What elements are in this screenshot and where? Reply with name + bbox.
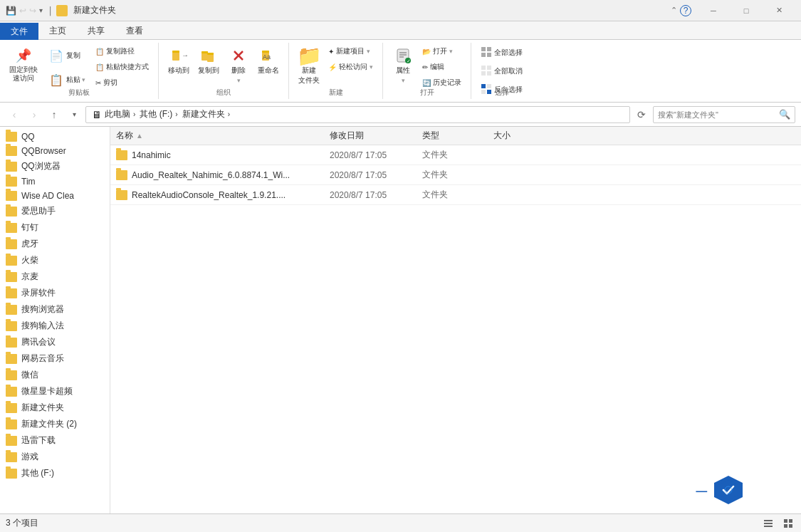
sidebar-item-xunlei[interactable]: 迅雷下载 [0, 432, 110, 449]
copy-button[interactable]: 📄 复制 [43, 44, 90, 67]
svg-rect-24 [481, 71, 486, 75]
delete-icon [230, 47, 247, 64]
paste-dropdown[interactable]: ▾ [82, 76, 85, 83]
sidebar-item-wechat[interactable]: 微信 [0, 367, 110, 383]
tab-home[interactable]: 主页 [38, 22, 77, 39]
minus-icon[interactable]: ─ [696, 482, 707, 501]
copy-to-button[interactable]: 复制到 [194, 44, 223, 78]
ribbon-group-clipboard: 📌 固定到快速访问 📄 复制 📋 粘贴 ▾ 📋 复制路径 [0, 43, 159, 99]
sidebar-item-huya[interactable]: 虎牙 [0, 236, 110, 252]
main-area: QQ QQBrowser QQ浏览器 Tim Wise AD Clea 爱思助手… [0, 127, 801, 513]
properties-dropdown[interactable]: ▾ [402, 77, 405, 84]
tile-view-button[interactable] [781, 516, 795, 531]
folder-icon-file [116, 170, 127, 180]
maximize-button[interactable]: □ [730, 0, 763, 21]
select-none-button[interactable]: 全部取消 [477, 63, 526, 80]
select-none-icon [481, 65, 492, 78]
sidebar-item-msi[interactable]: 微星显卡超频 [0, 383, 110, 400]
edit-button[interactable]: ✏ 编辑 [419, 60, 465, 74]
easy-access-button[interactable]: ⚡ 轻松访问 ▾ [325, 60, 377, 74]
select-all-button[interactable]: 全部选择 [477, 44, 526, 61]
column-size[interactable]: 大小 [493, 130, 565, 142]
file-list-header: 名称 ▲ 修改日期 类型 大小 [110, 127, 801, 145]
undo-icon[interactable]: ↩ [19, 6, 26, 16]
sidebar-item-games[interactable]: 游戏 [0, 449, 110, 465]
folder-icon-sidebar [6, 207, 17, 217]
sidebar-item-other-f[interactable]: 其他 (F:) [0, 465, 110, 481]
edit-icon: ✏ [422, 63, 428, 71]
new-folder-icon: 📁 [300, 47, 318, 64]
file-row-realtek[interactable]: RealtekAudioConsole_Realtek_1.9.21.... 2… [110, 185, 801, 205]
sidebar-item-tencent-meeting[interactable]: 腾讯会议 [0, 334, 110, 350]
sidebar-item-wise[interactable]: Wise AD Clea [0, 189, 110, 203]
content-area: 名称 ▲ 修改日期 类型 大小 14nahimic 2020/8/7 17:05… [110, 127, 801, 513]
folder-icon-sidebar [6, 321, 17, 331]
open-icon: 📂 [422, 48, 431, 56]
sidebar-item-new-folder-2[interactable]: 新建文件夹 (2) [0, 416, 110, 432]
tab-file[interactable]: 文件 [0, 23, 38, 40]
sidebar-item-netease-music[interactable]: 网易云音乐 [0, 350, 110, 367]
sidebar-item-tim[interactable]: Tim [0, 174, 110, 189]
column-date[interactable]: 修改日期 [330, 130, 422, 142]
search-input[interactable] [658, 110, 776, 119]
paste-icon: 📋 [48, 71, 65, 88]
sidebar-item-sogou-browser[interactable]: 搜狗浏览器 [0, 301, 110, 318]
properties-button[interactable]: ✓ 属性 ▾ [389, 44, 417, 87]
sidebar-item-qq[interactable]: QQ [0, 130, 110, 144]
dropdown-icon[interactable]: ▾ [39, 6, 43, 14]
open-button[interactable]: 📂 打开 ▾ [419, 44, 465, 58]
address-bar[interactable]: 🖥 此电脑 › 其他 (F:) › 新建文件夹 › [85, 106, 630, 123]
svg-text:✓: ✓ [407, 58, 411, 63]
file-date-realtek: 2020/8/7 17:05 [330, 190, 422, 200]
help-icon[interactable]: ? [680, 5, 691, 16]
close-button[interactable]: ✕ [763, 0, 795, 21]
properties-icon: ✓ [394, 47, 412, 64]
ribbon-group-new: 📁 新建文件夹 ✦ 新建项目 ▾ ⚡ 轻松访问 ▾ 新建 [289, 43, 383, 99]
svg-text:→: → [182, 51, 187, 59]
sidebar-item-screen[interactable]: 录屏软件 [0, 285, 110, 301]
folder-icon-sidebar [6, 370, 17, 380]
tab-share[interactable]: 共享 [77, 22, 115, 39]
svg-rect-4 [201, 51, 208, 53]
delete-button[interactable]: 删除 ▾ [224, 44, 253, 87]
sidebar-item-qq-browser[interactable]: QQ浏览器 [0, 158, 110, 174]
expand-icon[interactable]: ⌃ [671, 6, 677, 15]
column-type[interactable]: 类型 [422, 130, 493, 142]
delete-dropdown[interactable]: ▾ [237, 77, 241, 84]
folder-icon-sidebar [6, 288, 17, 298]
search-box[interactable]: 🔍 [653, 106, 795, 123]
ribbon-tabs: 文件 主页 共享 查看 [0, 21, 801, 40]
new-item-button[interactable]: ✦ 新建项目 ▾ [325, 44, 377, 58]
rename-button[interactable]: Aa 重命名 [254, 44, 283, 78]
sidebar-item-qqbrowser[interactable]: QQBrowser [0, 144, 110, 158]
file-row-nahimic[interactable]: 14nahimic 2020/8/7 17:05 文件夹 [110, 145, 801, 165]
sidebar-item-fire[interactable]: 火柴 [0, 252, 110, 268]
sidebar-item-aisi[interactable]: 爱思助手 [0, 203, 110, 219]
quick-save-icon[interactable]: 💾 [6, 6, 16, 16]
list-view-button[interactable] [761, 516, 775, 531]
sidebar-item-dingding[interactable]: 钉钉 [0, 219, 110, 236]
pin-button[interactable]: 📌 固定到快速访问 [6, 44, 41, 85]
select-buttons: 全部选择 全部取消 反向选择 [477, 44, 526, 118]
move-to-button[interactable]: → 移动到 [164, 44, 193, 78]
sidebar-item-jingmai[interactable]: 京麦 [0, 268, 110, 285]
cut-icon: ✂ [95, 79, 101, 87]
redo-icon[interactable]: ↪ [29, 6, 36, 16]
refresh-button[interactable]: ⟳ [633, 106, 650, 123]
paste-shortcut-button[interactable]: 📋 粘贴快捷方式 [92, 60, 152, 74]
copy-path-button[interactable]: 📋 复制路径 [92, 44, 152, 58]
new-item-icon: ✦ [328, 48, 334, 56]
breadcrumb-drive: 其他 (F:) › [140, 108, 179, 120]
tab-view[interactable]: 查看 [115, 22, 154, 39]
copy-to-icon [200, 47, 217, 64]
sidebar-item-new-folder[interactable]: 新建文件夹 [0, 400, 110, 416]
minimize-button[interactable]: ─ [697, 0, 730, 21]
column-name[interactable]: 名称 ▲ [116, 130, 330, 142]
folder-icon-sidebar [6, 452, 17, 462]
search-icon[interactable]: 🔍 [779, 109, 790, 120]
file-row-audio[interactable]: Audio_Realtek_Nahimic_6.0.8874.1_Wi... 2… [110, 165, 801, 185]
ribbon-group-select: 全部选择 全部取消 反向选择 选择 [471, 43, 532, 99]
svg-rect-10 [262, 51, 269, 53]
sidebar-item-sogou-input[interactable]: 搜狗输入法 [0, 318, 110, 334]
new-folder-button[interactable]: 📁 新建文件夹 [295, 44, 323, 88]
